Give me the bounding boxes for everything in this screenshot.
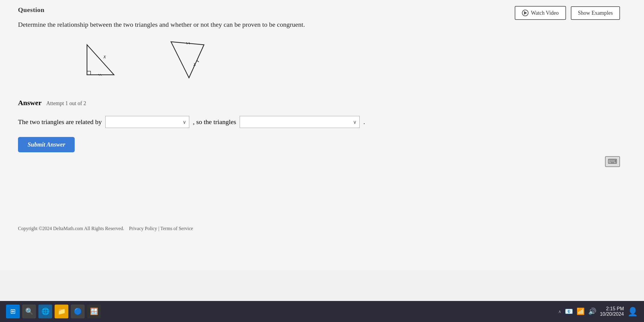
main-content: Question Watch Video Show Examples Deter… [0,0,644,270]
svg-text:x: x [193,61,196,67]
taskbar-wifi-icon: 📶 [577,308,585,315]
svg-marker-0 [87,45,114,75]
right-triangle: x [162,39,210,87]
taskbar: ⊞ 🔍 🌐 📁 🔵 🪟 ∧ 📧 📶 🔊 2:15 PM 10/20/2024 👤 [0,301,644,322]
windows-icon: ⊞ [10,308,16,315]
taskbar-volume-icon: 🔊 [588,308,596,315]
relationship-dropdown-wrapper: SSS SAS ASA AAS HL Not Congruent [105,116,189,128]
footer-separator: | [158,226,159,231]
chrome-button[interactable]: 🔵 [71,305,85,318]
terms-link[interactable]: Terms of Service [160,226,193,231]
play-circle-icon [522,10,529,16]
answer-prefix: The two triangles are related by [18,118,102,126]
triangles-result-dropdown[interactable]: are congruent cannot be proven congruent [240,116,360,128]
search-taskbar-icon: 🔍 [25,308,33,315]
taskbar-right: ∧ 📧 📶 🔊 2:15 PM 10/20/2024 👤 [558,306,638,317]
attempt-text: Attempt 1 out of 2 [46,100,86,106]
clock: 2:15 PM 10/20/2024 [600,306,624,317]
answer-bold: Answer [18,99,42,107]
svg-line-6 [187,42,187,44]
triangles-area: x x [78,39,626,87]
chrome-icon: 🔵 [74,308,82,315]
start-button[interactable]: ⊞ [6,305,20,318]
clock-time: 2:15 PM [600,306,624,311]
svg-text:x: x [103,53,106,59]
search-taskbar-button[interactable]: 🔍 [22,305,36,318]
svg-rect-4 [87,71,91,75]
browser-button[interactable]: 🌐 [38,305,52,318]
top-buttons: Watch Video Show Examples [515,6,620,20]
answer-label: Answer Attempt 1 out of 2 [18,99,626,107]
clock-date: 10/20/2024 [600,311,624,317]
taskbar-mail-icon: 📧 [565,308,573,315]
answer-row: The two triangles are related by SSS SAS… [18,116,626,128]
answer-section: Answer Attempt 1 out of 2 The two triang… [18,99,626,152]
svg-marker-5 [171,42,204,78]
folder-icon: 📁 [58,308,66,315]
conjunction-text: , so the triangles [193,118,236,126]
submit-answer-button[interactable]: Submit Answer [18,137,75,152]
windows-store-button[interactable]: 🪟 [87,305,101,318]
play-triangle-icon [524,11,527,15]
triangles-result-dropdown-wrapper: are congruent cannot be proven congruent [240,116,360,128]
watch-video-label: Watch Video [531,10,559,16]
svg-line-8 [197,61,199,62]
relationship-dropdown[interactable]: SSS SAS ASA AAS HL Not Congruent [105,116,189,128]
svg-line-7 [189,42,190,44]
footer: Copyright ©2024 DeltaMath.com All Rights… [18,226,193,231]
taskbar-chevron: ∧ [558,309,561,314]
watch-video-button[interactable]: Watch Video [515,6,566,20]
show-examples-button[interactable]: Show Examples [571,6,620,20]
submit-row: Submit Answer [18,128,626,152]
keyboard-icon[interactable] [605,156,620,167]
svg-line-1 [98,74,100,75]
svg-line-2 [100,74,101,75]
browser-icon: 🌐 [41,308,49,315]
taskbar-avatar: 👤 [628,307,638,317]
windows-store-icon: 🪟 [90,308,98,315]
folder-button[interactable]: 📁 [55,305,68,318]
taskbar-left: ⊞ 🔍 🌐 📁 🔵 🪟 [6,305,101,318]
privacy-policy-link[interactable]: Privacy Policy [129,226,157,231]
copyright-text: Copyright ©2024 DeltaMath.com All Rights… [18,226,124,231]
question-text: Determine the relationship between the t… [18,19,348,30]
left-triangle: x [78,42,126,84]
period-text: . [363,118,365,126]
